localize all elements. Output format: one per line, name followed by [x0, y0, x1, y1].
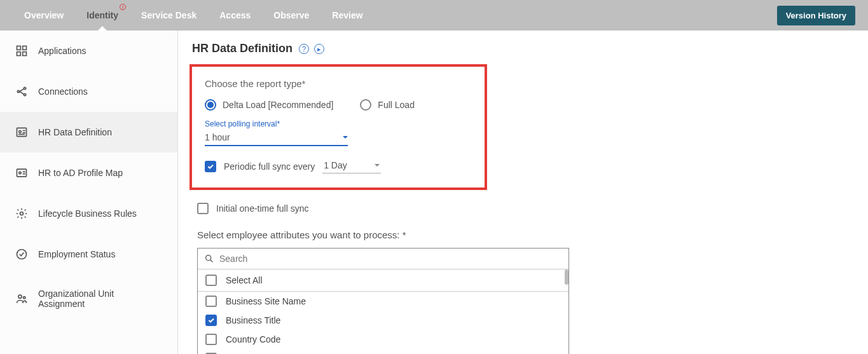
attributes-list: Select All Business Site Name Business T…	[198, 269, 568, 354]
select-value: 1 Day	[324, 160, 347, 170]
attributes-search	[198, 248, 568, 269]
attribute-label: Business Title	[226, 315, 280, 325]
svg-rect-3	[23, 52, 27, 56]
radio-label: Delta Load [Recommended]	[223, 100, 333, 110]
apps-icon	[15, 44, 28, 57]
attribute-row[interactable]: Country Name	[198, 349, 568, 354]
gear-icon	[15, 207, 28, 220]
sidebar-item-label: Connections	[38, 86, 88, 97]
report-type-label: Choose the report type*	[205, 78, 472, 89]
svg-rect-0	[17, 46, 21, 50]
search-icon	[204, 254, 214, 264]
select-value: 1 hour	[205, 132, 230, 142]
tab-label: Observe	[273, 10, 309, 20]
attribute-checkbox[interactable]	[205, 275, 217, 286]
periodic-sync-label: Periodic full sync every	[224, 161, 315, 172]
tab-review[interactable]: Review	[320, 0, 374, 31]
attribute-row[interactable]: Business Site Name	[198, 292, 568, 311]
tab-access[interactable]: Access	[208, 0, 262, 31]
tab-observe[interactable]: Observe	[262, 0, 320, 31]
tab-label: Identity	[86, 10, 118, 20]
page-header: HR Data Definition ? ▸	[189, 42, 857, 55]
attribute-checkbox[interactable]	[205, 296, 217, 307]
attribute-checkbox[interactable]	[205, 334, 217, 345]
sidebar-item-org-unit-assignment[interactable]: Organizational Unit Assignment	[0, 275, 177, 323]
svg-point-13	[18, 295, 22, 298]
help-icon[interactable]: ?	[299, 44, 309, 54]
svg-rect-2	[17, 52, 21, 56]
sidebar-item-connections[interactable]: Connections	[0, 71, 177, 112]
sidebar-item-label: Employment Status	[38, 249, 115, 259]
attributes-label: Select employee attributes you want to p…	[197, 229, 854, 240]
periodic-sync-row: Periodic full sync every 1 Day	[205, 159, 472, 174]
page-title: HR Data Definition	[192, 42, 293, 55]
svg-point-12	[17, 250, 27, 259]
sidebar-item-hr-data-definition[interactable]: HR Data Definition	[0, 112, 177, 153]
play-icon[interactable]: ▸	[314, 44, 324, 54]
polling-interval-label: Select polling interval*	[205, 119, 472, 128]
attribute-label: Business Site Name	[226, 296, 306, 306]
sidebar-item-label: Organizational Unit Assignment	[38, 289, 162, 309]
id-card-icon	[15, 167, 28, 179]
attribute-row[interactable]: Country Code	[198, 330, 568, 349]
hr-def-icon	[15, 126, 28, 139]
report-type-panel: Choose the report type* Delta Load [Reco…	[189, 64, 487, 190]
svg-point-6	[24, 93, 25, 95]
sidebar-item-label: HR Data Definition	[38, 127, 112, 137]
periodic-sync-select[interactable]: 1 Day	[322, 159, 381, 174]
svg-point-5	[24, 87, 25, 89]
chevron-down-icon	[343, 136, 348, 139]
svg-rect-1	[23, 46, 27, 50]
periodic-sync-checkbox[interactable]	[205, 161, 216, 172]
radio-delta-load[interactable]: Delta Load [Recommended]	[205, 99, 333, 111]
svg-point-4	[17, 90, 19, 92]
svg-point-8	[19, 131, 21, 133]
report-type-radios: Delta Load [Recommended] Full Load	[205, 99, 472, 111]
people-icon	[15, 292, 28, 305]
attribute-row[interactable]: Business Title	[198, 311, 568, 330]
main-content: HR Data Definition ? ▸ Choose the report…	[178, 31, 868, 354]
sidebar-item-label: Applications	[38, 46, 86, 56]
polling-interval-select[interactable]: 1 hour	[205, 130, 348, 146]
sidebar-item-applications[interactable]: Applications	[0, 31, 177, 71]
attribute-checkbox[interactable]	[205, 315, 217, 326]
chevron-down-icon	[375, 164, 380, 167]
tab-overview[interactable]: Overview	[13, 0, 75, 31]
svg-point-14	[24, 297, 25, 299]
tab-label: Overview	[24, 10, 64, 20]
version-history-button[interactable]: Version History	[777, 6, 855, 25]
sidebar-item-lifecycle-rules[interactable]: Lifecycle Business Rules	[0, 193, 177, 234]
initial-sync-checkbox[interactable]	[197, 203, 209, 214]
radio-label: Full Load	[378, 100, 415, 110]
check-circle-icon	[15, 248, 28, 261]
alert-icon: !	[120, 4, 126, 10]
svg-point-11	[20, 212, 24, 215]
attribute-row[interactable]: Select All	[198, 269, 568, 292]
svg-point-10	[19, 172, 21, 174]
attribute-label: Select All	[226, 275, 263, 285]
tab-identity[interactable]: Identity !	[75, 0, 130, 31]
search-input[interactable]	[219, 254, 562, 264]
attributes-box: Select All Business Site Name Business T…	[197, 248, 569, 354]
sidebar-item-label: HR to AD Profile Map	[38, 168, 123, 178]
tab-service-desk[interactable]: Service Desk	[130, 0, 208, 31]
initial-sync-row: Initial one-time full sync	[197, 203, 854, 214]
connections-icon	[15, 85, 28, 98]
sidebar: Applications Connections HR Data Definit…	[0, 31, 178, 354]
sidebar-item-label: Lifecycle Business Rules	[38, 208, 137, 219]
initial-sync-label: Initial one-time full sync	[216, 203, 309, 214]
top-nav: Overview Identity ! Service Desk Access …	[0, 0, 868, 31]
sidebar-item-hr-to-ad-map[interactable]: HR to AD Profile Map	[0, 153, 177, 193]
svg-point-15	[206, 255, 211, 261]
tab-label: Service Desk	[141, 10, 196, 20]
tab-label: Review	[332, 10, 362, 20]
attribute-label: Country Code	[226, 334, 280, 344]
tab-label: Access	[219, 10, 251, 20]
sidebar-item-employment-status[interactable]: Employment Status	[0, 234, 177, 275]
radio-full-load[interactable]: Full Load	[360, 99, 415, 111]
